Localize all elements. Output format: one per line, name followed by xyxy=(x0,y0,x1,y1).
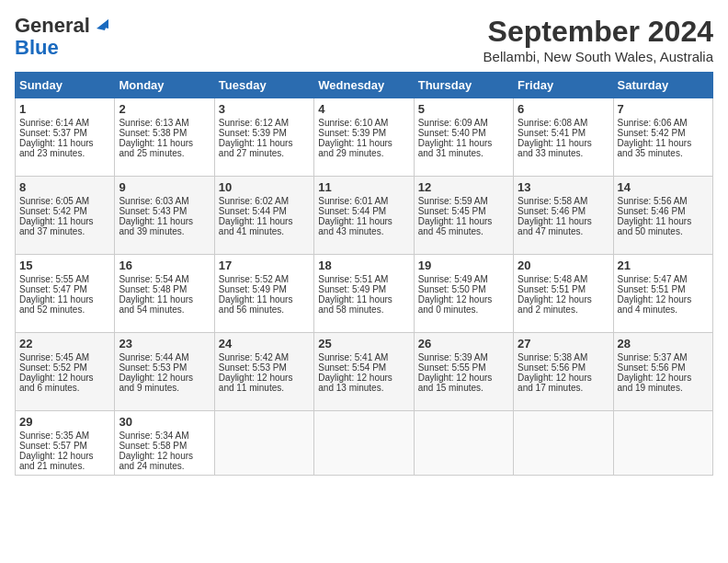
sunset-text: Sunset: 5:43 PM xyxy=(119,206,187,216)
calendar-cell: 20Sunrise: 5:48 AMSunset: 5:51 PMDayligh… xyxy=(514,255,613,333)
calendar-week-1: 1Sunrise: 6:14 AMSunset: 5:37 PMDaylight… xyxy=(16,98,713,177)
header-thursday: Thursday xyxy=(414,73,513,98)
sunset-text: Sunset: 5:40 PM xyxy=(418,128,486,138)
sunrise-text: Sunrise: 5:35 AM xyxy=(19,431,89,441)
calendar-week-5: 29Sunrise: 5:35 AMSunset: 5:57 PMDayligh… xyxy=(16,411,713,476)
sunrise-text: Sunrise: 6:05 AM xyxy=(19,196,89,206)
sunrise-text: Sunrise: 5:47 AM xyxy=(618,274,688,284)
day-number: 22 xyxy=(19,337,110,350)
sunrise-text: Sunrise: 5:38 AM xyxy=(518,352,587,362)
day-number: 29 xyxy=(19,415,110,429)
daylight-text: Daylight: 11 hours and 29 minutes. xyxy=(318,138,392,158)
calendar-cell: 22Sunrise: 5:45 AMSunset: 5:52 PMDayligh… xyxy=(16,333,115,411)
day-number: 20 xyxy=(518,259,609,272)
calendar-cell: 29Sunrise: 5:35 AMSunset: 5:57 PMDayligh… xyxy=(16,411,115,476)
calendar-cell: 27Sunrise: 5:38 AMSunset: 5:56 PMDayligh… xyxy=(514,333,613,411)
calendar-cell: 18Sunrise: 5:51 AMSunset: 5:49 PMDayligh… xyxy=(314,255,414,333)
daylight-text: Daylight: 12 hours and 2 minutes. xyxy=(518,294,592,315)
calendar-cell: 5Sunrise: 6:09 AMSunset: 5:40 PMDaylight… xyxy=(414,98,513,177)
calendar-table: SundayMondayTuesdayWednesdayThursdayFrid… xyxy=(15,72,713,476)
day-number: 18 xyxy=(318,259,409,272)
sunset-text: Sunset: 5:46 PM xyxy=(618,206,686,216)
sunrise-text: Sunrise: 6:01 AM xyxy=(318,196,388,206)
calendar-cell: 7Sunrise: 6:06 AMSunset: 5:42 PMDaylight… xyxy=(613,98,712,177)
daylight-text: Daylight: 11 hours and 37 minutes. xyxy=(19,216,94,236)
calendar-cell xyxy=(414,411,513,476)
day-number: 2 xyxy=(119,102,210,116)
calendar-cell: 23Sunrise: 5:44 AMSunset: 5:53 PMDayligh… xyxy=(115,333,214,411)
daylight-text: Daylight: 11 hours and 41 minutes. xyxy=(219,216,293,236)
day-number: 26 xyxy=(418,337,509,350)
sunrise-text: Sunrise: 5:59 AM xyxy=(418,196,488,206)
sunset-text: Sunset: 5:38 PM xyxy=(119,128,187,138)
sunset-text: Sunset: 5:50 PM xyxy=(418,284,486,294)
logo: General Blue xyxy=(15,15,108,59)
day-number: 25 xyxy=(318,337,409,350)
daylight-text: Daylight: 12 hours and 15 minutes. xyxy=(418,373,493,393)
day-number: 4 xyxy=(318,102,409,116)
day-number: 1 xyxy=(19,102,110,116)
sunrise-text: Sunrise: 6:02 AM xyxy=(219,196,289,206)
calendar-week-4: 22Sunrise: 5:45 AMSunset: 5:52 PMDayligh… xyxy=(16,333,713,411)
day-number: 5 xyxy=(418,102,509,116)
daylight-text: Daylight: 12 hours and 11 minutes. xyxy=(219,373,293,393)
sunset-text: Sunset: 5:56 PM xyxy=(518,362,586,373)
sunrise-text: Sunrise: 6:14 AM xyxy=(19,118,89,128)
sunrise-text: Sunrise: 5:58 AM xyxy=(518,196,587,206)
sunrise-text: Sunrise: 6:10 AM xyxy=(318,118,388,128)
sunset-text: Sunset: 5:46 PM xyxy=(518,206,586,216)
sunset-text: Sunset: 5:54 PM xyxy=(318,362,386,373)
calendar-cell: 28Sunrise: 5:37 AMSunset: 5:56 PMDayligh… xyxy=(613,333,712,411)
day-number: 19 xyxy=(418,259,509,272)
calendar-cell: 16Sunrise: 5:54 AMSunset: 5:48 PMDayligh… xyxy=(115,255,214,333)
daylight-text: Daylight: 11 hours and 47 minutes. xyxy=(518,216,592,236)
sunrise-text: Sunrise: 5:34 AM xyxy=(119,431,188,441)
calendar-cell: 21Sunrise: 5:47 AMSunset: 5:51 PMDayligh… xyxy=(613,255,712,333)
day-number: 6 xyxy=(518,102,609,116)
day-number: 9 xyxy=(119,180,210,194)
day-number: 23 xyxy=(119,337,210,350)
header-friday: Friday xyxy=(514,73,613,98)
sunset-text: Sunset: 5:51 PM xyxy=(618,284,686,294)
day-number: 28 xyxy=(618,337,709,350)
day-number: 13 xyxy=(518,180,609,194)
sunset-text: Sunset: 5:42 PM xyxy=(618,128,686,138)
calendar-cell: 2Sunrise: 6:13 AMSunset: 5:38 PMDaylight… xyxy=(115,98,214,177)
sunset-text: Sunset: 5:42 PM xyxy=(19,206,87,216)
calendar-cell: 25Sunrise: 5:41 AMSunset: 5:54 PMDayligh… xyxy=(314,333,414,411)
month-title: September 2024 xyxy=(483,15,713,49)
calendar-cell: 9Sunrise: 6:03 AMSunset: 5:43 PMDaylight… xyxy=(115,177,214,255)
daylight-text: Daylight: 12 hours and 17 minutes. xyxy=(518,373,592,393)
sunrise-text: Sunrise: 6:03 AM xyxy=(119,196,188,206)
sunset-text: Sunset: 5:39 PM xyxy=(318,128,386,138)
daylight-text: Daylight: 11 hours and 56 minutes. xyxy=(219,294,293,315)
sunset-text: Sunset: 5:56 PM xyxy=(618,362,686,373)
calendar-cell: 30Sunrise: 5:34 AMSunset: 5:58 PMDayligh… xyxy=(115,411,214,476)
calendar-cell: 3Sunrise: 6:12 AMSunset: 5:39 PMDaylight… xyxy=(214,98,313,177)
sunrise-text: Sunrise: 5:42 AM xyxy=(219,352,289,362)
day-number: 10 xyxy=(219,180,310,194)
calendar-cell xyxy=(613,411,712,476)
sunrise-text: Sunrise: 5:41 AM xyxy=(318,352,388,362)
header-sunday: Sunday xyxy=(16,73,115,98)
header-saturday: Saturday xyxy=(613,73,712,98)
sunset-text: Sunset: 5:41 PM xyxy=(518,128,586,138)
sunrise-text: Sunrise: 5:45 AM xyxy=(19,352,89,362)
header-wednesday: Wednesday xyxy=(314,73,414,98)
calendar-cell: 1Sunrise: 6:14 AMSunset: 5:37 PMDaylight… xyxy=(16,98,115,177)
sunrise-text: Sunrise: 5:55 AM xyxy=(19,274,89,284)
sunset-text: Sunset: 5:51 PM xyxy=(518,284,586,294)
daylight-text: Daylight: 11 hours and 35 minutes. xyxy=(618,138,692,158)
daylight-text: Daylight: 12 hours and 19 minutes. xyxy=(618,373,692,393)
calendar-week-2: 8Sunrise: 6:05 AMSunset: 5:42 PMDaylight… xyxy=(16,177,713,255)
calendar-cell: 15Sunrise: 5:55 AMSunset: 5:47 PMDayligh… xyxy=(16,255,115,333)
sunrise-text: Sunrise: 5:39 AM xyxy=(418,352,488,362)
calendar-cell: 6Sunrise: 6:08 AMSunset: 5:41 PMDaylight… xyxy=(514,98,613,177)
sunset-text: Sunset: 5:39 PM xyxy=(219,128,287,138)
daylight-text: Daylight: 11 hours and 25 minutes. xyxy=(119,138,193,158)
day-number: 24 xyxy=(219,337,310,350)
daylight-text: Daylight: 12 hours and 9 minutes. xyxy=(119,373,193,393)
sunset-text: Sunset: 5:44 PM xyxy=(219,206,287,216)
calendar-cell: 11Sunrise: 6:01 AMSunset: 5:44 PMDayligh… xyxy=(314,177,414,255)
day-number: 14 xyxy=(618,180,709,194)
